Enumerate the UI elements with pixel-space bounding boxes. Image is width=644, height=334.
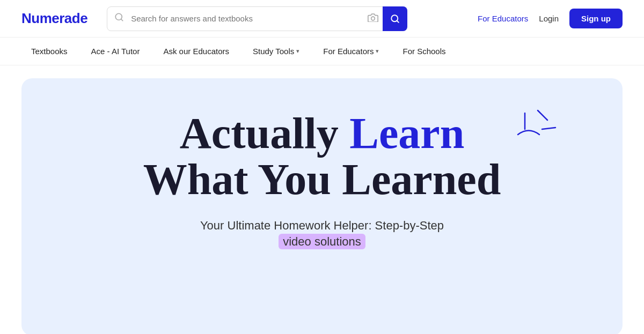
nav-item-ask-educators[interactable]: Ask our Educators xyxy=(153,42,239,60)
search-container xyxy=(107,6,407,31)
chevron-down-icon: ▾ xyxy=(296,48,299,55)
camera-icon[interactable] xyxy=(368,12,378,25)
svg-line-1 xyxy=(121,19,123,20)
search-icon xyxy=(114,12,124,25)
hero-section: Actually Learn What You Learned Your Ult… xyxy=(21,78,623,334)
hero-subtitle: Your Ultimate Homework Helper: Step-by-S… xyxy=(64,219,580,233)
hero-title-line1: Actually Learn xyxy=(64,110,580,157)
nav-label-ace: Ace - AI Tutor xyxy=(91,47,140,56)
hero-subtitle-highlight: video solutions xyxy=(279,234,365,249)
nav-label-educators: For Educators xyxy=(323,47,374,56)
nav-item-ace-ai-tutor[interactable]: Ace - AI Tutor xyxy=(82,42,150,60)
chevron-down-icon-2: ▾ xyxy=(376,48,379,55)
nav-item-study-tools[interactable]: Study Tools ▾ xyxy=(243,42,309,60)
logo[interactable]: Numerade xyxy=(21,10,87,27)
header-for-educators-link[interactable]: For Educators xyxy=(478,14,528,23)
nav-label-schools: For Schools xyxy=(402,47,445,56)
svg-line-4 xyxy=(397,20,399,22)
header: Numerade For Educators Login Sign up xyxy=(0,0,644,38)
hero-title-line2: What You Learned xyxy=(64,157,580,203)
nav-item-for-educators[interactable]: For Educators ▾ xyxy=(313,42,389,60)
hero-title: Actually Learn What You Learned xyxy=(64,110,580,203)
nav-item-textbooks[interactable]: Textbooks xyxy=(21,42,77,60)
search-button[interactable] xyxy=(383,6,407,31)
header-right: For Educators Login Sign up xyxy=(478,9,623,28)
svg-line-6 xyxy=(538,110,547,120)
hero-subtitle-row2: video solutions xyxy=(64,235,580,249)
search-input[interactable] xyxy=(107,6,407,31)
svg-point-2 xyxy=(371,17,375,20)
nav-label-ask: Ask our Educators xyxy=(163,47,229,56)
logo-text: Numerade xyxy=(21,10,87,27)
nav-item-for-schools[interactable]: For Schools xyxy=(393,42,455,60)
nav-label-textbooks: Textbooks xyxy=(31,47,68,56)
signup-button[interactable]: Sign up xyxy=(569,9,623,28)
login-link[interactable]: Login xyxy=(539,14,559,23)
nav: Textbooks Ace - AI Tutor Ask our Educato… xyxy=(0,38,644,65)
svg-line-7 xyxy=(542,128,555,129)
hero-title-learn: Learn xyxy=(349,109,464,158)
nav-label-study: Study Tools xyxy=(253,47,294,56)
sparkle-decoration xyxy=(510,105,558,150)
hero-subtitle-text: Your Ultimate Homework Helper: Step-by-S… xyxy=(200,219,444,232)
